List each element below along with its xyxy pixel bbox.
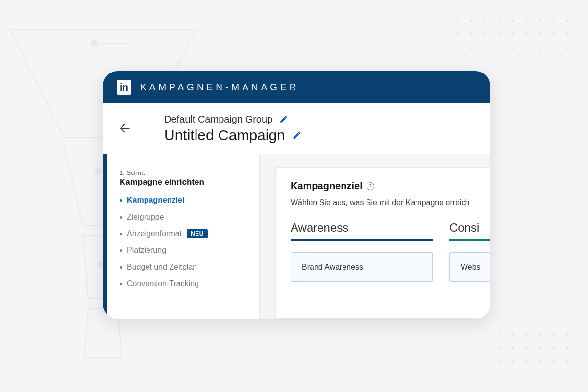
sidebar-item-label: Budget und Zeitplan [127, 263, 197, 271]
back-button[interactable] [118, 121, 132, 136]
main-content: Kampagnenziel ? Wählen Sie aus, was Sie … [260, 154, 490, 318]
sidebar-item-zielgruppe[interactable]: Zielgruppe [120, 213, 249, 221]
objective-panel: Kampagnenziel ? Wählen Sie aus, was Sie … [275, 167, 490, 318]
edit-group-button[interactable] [279, 115, 288, 123]
linkedin-logo-icon: in [117, 80, 131, 95]
decorative-dots-bottom [498, 333, 568, 363]
sidebar-item-label: Zielgruppe [127, 213, 164, 221]
objective-option-website[interactable]: Webs [449, 252, 490, 282]
bullet-icon [120, 233, 122, 235]
steps-sidebar: 1. Schritt Kampagne einrichten Kampagnen… [107, 154, 260, 318]
sidebar-item-label: Platzierung [127, 246, 166, 255]
bullet-icon [120, 249, 122, 252]
campaign-name: Untitled Campaign [164, 127, 285, 144]
step-title: Kampagne einrichten [120, 177, 249, 187]
header-divider [148, 113, 148, 144]
bullet-icon [120, 283, 122, 285]
new-badge: NEU [187, 229, 208, 238]
bullet-icon [120, 266, 122, 269]
campaign-header: Default Campaign Group Untitled Campaign [103, 103, 490, 154]
app-title: KAMPAGNEN-MANAGER [140, 82, 299, 93]
column-heading: Awareness [291, 221, 433, 241]
sidebar-item-label: Anzeigenformat [127, 229, 182, 238]
svg-point-4 [91, 40, 97, 46]
bullet-icon [120, 216, 122, 219]
sidebar-item-platzierung[interactable]: Platzierung [120, 246, 249, 255]
step-counter: 1. Schritt [120, 169, 249, 176]
panel-heading: Kampagnenziel [291, 180, 363, 192]
column-heading: Consi [449, 221, 490, 241]
objective-column-consideration: Consi Webs [449, 221, 490, 291]
edit-campaign-button[interactable] [292, 130, 302, 140]
sidebar-list: Kampagnenziel Zielgruppe Anzeigenformat … [120, 196, 249, 288]
help-button[interactable]: ? [367, 182, 374, 190]
left-accent-strip [103, 154, 107, 318]
panel-subtitle: Wählen Sie aus, was Sie mit der Kampagne… [291, 198, 490, 207]
objective-column-awareness: Awareness Brand Awareness [291, 221, 433, 291]
sidebar-item-label: Kampagnenziel [127, 196, 184, 205]
sidebar-item-anzeigenformat[interactable]: Anzeigenformat NEU [120, 229, 249, 238]
help-icon: ? [369, 183, 372, 189]
pencil-icon [292, 130, 302, 140]
sidebar-item-conversion[interactable]: Conversion-Tracking [120, 279, 249, 288]
svg-point-6 [95, 169, 101, 174]
objective-option-brand-awareness[interactable]: Brand Awareness [291, 252, 433, 282]
titlebar: in KAMPAGNEN-MANAGER [103, 71, 490, 103]
bullet-icon [120, 199, 122, 202]
sidebar-item-label: Conversion-Tracking [127, 279, 199, 288]
campaign-group-name: Default Campaign Group [164, 114, 272, 125]
sidebar-item-budget[interactable]: Budget und Zeitplan [120, 263, 249, 271]
campaign-manager-window: in KAMPAGNEN-MANAGER Default Campaign Gr… [103, 71, 490, 318]
pencil-icon [279, 115, 288, 123]
arrow-left-icon [119, 122, 131, 135]
decorative-dots-top [457, 20, 568, 49]
sidebar-item-kampagnenziel[interactable]: Kampagnenziel [120, 196, 249, 205]
